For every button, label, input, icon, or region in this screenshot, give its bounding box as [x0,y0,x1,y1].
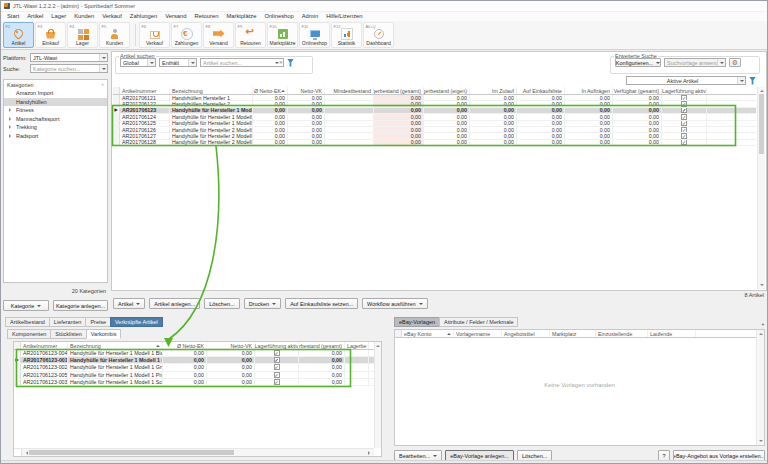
tab-ebay-vorlagen[interactable]: eBay-Vorlagen [394,317,440,327]
menu-item-hilfe-lizenzen[interactable]: Hilfe/Lizenzen [322,12,366,21]
column-header-netto-vk[interactable]: Netto-VK [207,342,255,349]
tab-artikelbestand[interactable]: Artikelbestand [5,317,50,327]
ribbon-button-versand[interactable]: F8Versand [203,22,234,48]
lagerfuehrung-checkbox[interactable]: ✓ [255,350,299,356]
ribbon-button-statistik[interactable]: F12Statistik [331,22,362,48]
table-row[interactable]: AR201706123-004Handyhülle für Hersteller… [14,350,381,357]
scroll-right-icon[interactable] [368,451,372,455]
ribbon-button-retouren[interactable]: F9Retouren [235,22,266,48]
column-header-ebay-konto[interactable]: eBay Konto [402,330,454,337]
scrollbar-thumb[interactable] [29,450,234,455]
ribbon-button-dashboard[interactable]: Alt+QDashboard [363,22,394,48]
column-header-im-zulauf[interactable]: Im Zulauf [470,87,517,94]
sidebar-item-handyh-llen[interactable]: Handyhüllen [4,98,107,107]
column-header-einzustellende[interactable]: Einzustellende [596,330,648,337]
lagerfuehrung-checkbox[interactable]: ✓ [662,133,707,138]
scrollbar-thumb[interactable] [759,94,764,154]
chevron-up-icon[interactable]: ˄ [101,83,104,88]
menu-item-admin[interactable]: Admin [298,12,322,21]
scroll-up-icon[interactable] [759,331,763,335]
column-header-lagerbestand-gesamt[interactable]: Lagerbestand (gesamt) [374,87,424,94]
menu-item-kunden[interactable]: Kunden [70,12,98,21]
search-template-select[interactable]: Suchvorlage anwenden [664,58,726,67]
workflow-ausf-hren-button[interactable]: Workflow ausführen [362,298,428,309]
lagerfuehrung-checkbox[interactable]: ✓ [255,357,299,363]
scroll-down-icon[interactable] [760,284,764,288]
vertical-scrollbar[interactable] [757,87,765,289]
menu-item-verkauf[interactable]: Verkauf [98,12,126,21]
column-header-netto-ek[interactable]: Ø Netto-EK [253,87,288,94]
expander-icon[interactable] [9,108,13,112]
platform-select[interactable]: JTL-Wawi [30,53,108,62]
tab-lieferanten[interactable]: Lieferanten [49,317,87,327]
lagerfuehrung-checkbox[interactable]: ✓ [662,108,707,113]
ribbon-button-lager[interactable]: F4Lager [67,22,98,48]
column-header-bezeichnung[interactable]: Bezeichnung [68,342,163,349]
column-header-verf-gbar-gesamt[interactable]: Verfügbar (gesamt) [613,87,662,94]
filter-funnel-icon[interactable] [287,59,294,67]
ribbon-button-zahlungen[interactable]: F7Zahlungen [171,22,202,48]
sidebar-item-mannschaftssport[interactable]: Mannschaftssport [4,115,107,124]
collapse-panel-icon[interactable]: ▾ [762,322,767,327]
tab-preise[interactable]: Preise [85,317,111,327]
tab-st-cklisten[interactable]: Stücklisten [50,329,87,339]
search-scope-select[interactable]: Global [120,58,156,67]
ribbon-button-kunden[interactable]: F5Kunden [99,22,130,48]
column-header-angebotstitel[interactable]: Angebotstitel [502,330,550,337]
menu-item-lager[interactable]: Lager [47,12,70,21]
sidebar-item-amazon-import[interactable]: Amazon Import [4,89,107,98]
sidebar-item-radsport[interactable]: Radsport [4,132,107,141]
lagerfuehrung-checkbox[interactable]: ✓ [255,379,299,385]
column-header-auf-einkaufsliste[interactable]: Auf Einkaufsliste [517,87,565,94]
column-header-mindestbestand[interactable]: Mindestbestand [325,87,374,94]
table-row[interactable]: AR201706128Handyhülle für Hersteller 2 M… [113,140,756,146]
vertical-scrollbar[interactable] [756,330,764,445]
column-header-vorlagenname[interactable]: Vorlagenname [454,330,502,337]
drucken-button[interactable]: Drucken [244,298,281,309]
ribbon-button-artikel[interactable]: F2Artikel [3,22,34,48]
lagerfuehrung-checkbox[interactable]: ✓ [662,127,707,132]
ribbon-button-onlineshop[interactable]: F11Onlineshop [299,22,330,48]
menu-item-start[interactable]: Start [3,12,23,21]
lagerfuehrung-checkbox[interactable]: ✓ [662,101,707,106]
clear-search-icon[interactable]: ✕ [275,59,283,66]
column-header-lagerbe[interactable]: Lagerbe [345,342,369,349]
menu-item-versand[interactable]: Versand [161,12,190,21]
menu-item-marktpl-tze[interactable]: Marktplätze [222,12,260,21]
search-match-select[interactable]: Enthält [159,58,197,67]
ribbon-button-einkauf[interactable]: F3Einkauf [35,22,66,48]
kategorie-menu-button[interactable]: Kategorie [3,300,49,311]
ribbon-button-marktpl-tze[interactable]: F10Marktplätze [267,22,298,48]
artikel-anlegen-button[interactable]: Artikel anlegen... [149,298,200,309]
column-header-lagerf-hrung-aktiv[interactable]: Lagerführung aktiv [662,87,707,94]
column-header-artikelnummer[interactable]: Artikelnummer [120,87,170,94]
column-header-lagerbestand-eigen[interactable]: Lagerbestand (eigen) [424,87,470,94]
filter-funnel-icon[interactable] [749,77,756,85]
article-search-input[interactable]: Artikel suchen... ✕ [200,58,284,67]
tab-varkombis[interactable]: Varkombis [86,329,122,339]
lagerfuehrung-checkbox[interactable]: ✓ [662,114,707,119]
column-header-laufende[interactable]: Laufende [648,330,696,337]
ribbon-button-verkauf[interactable]: F6Verkauf [139,22,170,48]
scroll-up-icon[interactable] [376,343,380,347]
vertical-scrollbar[interactable] [374,342,381,448]
sidebar-item-trekking[interactable]: Trekking [4,123,107,132]
expander-icon[interactable] [9,125,13,129]
table-row[interactable]: AR201706123-005Handyhülle für Hersteller… [14,372,381,379]
table-row[interactable]: AR201706123-002Handyhülle für Hersteller… [14,364,381,371]
lagerfuehrung-checkbox[interactable]: ✓ [255,364,299,370]
horizontal-scrollbar[interactable] [14,448,374,456]
expander-icon[interactable] [9,117,13,121]
l-schen-button[interactable]: Löschen... [204,298,239,309]
expander-icon[interactable] [9,134,13,138]
lagerfuehrung-checkbox[interactable]: ✓ [662,95,707,100]
column-header-lagerbestand-gesamt[interactable]: Lagerbestand (gesamt) [299,342,345,349]
tab-attribute-felder-merkmale[interactable]: Attribute / Felder / Merkmale [439,317,518,327]
active-articles-filter-select[interactable]: Aktive Artikel [626,76,746,85]
tab-komponenten[interactable]: Komponenten [7,329,51,339]
column-header-bezeichnung[interactable]: Bezeichnung [170,87,253,94]
column-header-marktplatz[interactable]: Marktplatz [550,330,596,337]
column-header-netto-vk[interactable]: Netto-VK [288,87,325,94]
lagerfuehrung-checkbox[interactable]: ✓ [255,372,299,378]
menu-item-zahlungen[interactable]: Zahlungen [126,12,161,21]
